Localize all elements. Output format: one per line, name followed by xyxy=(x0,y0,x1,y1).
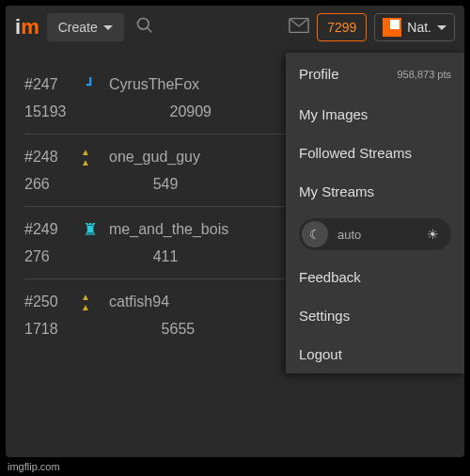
mail-icon[interactable] xyxy=(289,17,309,39)
sun-icon: ☀ xyxy=(427,227,439,242)
theme-toggle[interactable]: ☾ auto ☀ xyxy=(299,218,451,250)
stat-2: 5655 xyxy=(162,321,196,338)
username-link[interactable]: one_gud_guy xyxy=(109,149,200,166)
menu-my-images[interactable]: My Images xyxy=(286,95,464,134)
stat-2: 20909 xyxy=(170,103,212,120)
rank: #248 xyxy=(24,149,71,166)
moon-icon: ☾ xyxy=(302,221,328,247)
user-name: Nat. xyxy=(407,20,431,35)
stat-2: 411 xyxy=(153,248,179,265)
header: im Create 7299 Nat. xyxy=(6,6,464,49)
svg-point-0 xyxy=(137,18,149,29)
rank: #250 xyxy=(24,294,71,310)
user-icon: ▲ ▲ xyxy=(81,293,100,311)
logo-m: m xyxy=(21,15,39,40)
menu-points: 958,873 pts xyxy=(398,69,452,80)
menu-profile-label: Profile xyxy=(299,66,339,82)
watermark: imgflip.com xyxy=(8,461,60,472)
username-link[interactable]: CyrusTheFox xyxy=(109,76,199,93)
logo[interactable]: im xyxy=(15,15,39,40)
search-icon[interactable] xyxy=(135,16,154,40)
username-link[interactable]: me_and_the_bois xyxy=(109,221,228,238)
rank: #249 xyxy=(24,221,71,238)
stat-1: 15193 xyxy=(24,103,67,120)
user-dropdown-menu: Profile 958,873 pts My Images Followed S… xyxy=(286,53,464,373)
username-link[interactable]: catfish94 xyxy=(109,294,169,310)
stat-2: 549 xyxy=(153,176,179,193)
notification-count[interactable]: 7299 xyxy=(317,13,367,41)
menu-profile[interactable]: Profile 958,873 pts xyxy=(286,53,464,95)
user-icon: ♜ xyxy=(81,220,100,239)
menu-my-streams[interactable]: My Streams xyxy=(286,172,464,211)
chevron-down-icon xyxy=(437,25,446,30)
stat-1: 1718 xyxy=(24,321,58,338)
svg-line-1 xyxy=(147,27,151,32)
user-icon: ┛ xyxy=(81,75,100,94)
theme-label: auto xyxy=(337,228,417,242)
menu-settings[interactable]: Settings xyxy=(286,296,464,335)
menu-followed-streams[interactable]: Followed Streams xyxy=(286,134,464,172)
menu-feedback[interactable]: Feedback xyxy=(286,258,464,296)
menu-logout[interactable]: Logout xyxy=(286,335,464,373)
stat-1: 276 xyxy=(24,248,50,265)
stat-1: 266 xyxy=(24,176,50,193)
user-icon: ▲ ▲ xyxy=(81,148,100,167)
create-button[interactable]: Create xyxy=(47,13,124,41)
rank: #247 xyxy=(24,76,71,93)
user-menu-button[interactable]: Nat. xyxy=(374,13,455,41)
create-label: Create xyxy=(58,20,98,35)
chevron-down-icon xyxy=(103,25,113,30)
avatar-icon xyxy=(383,18,401,37)
